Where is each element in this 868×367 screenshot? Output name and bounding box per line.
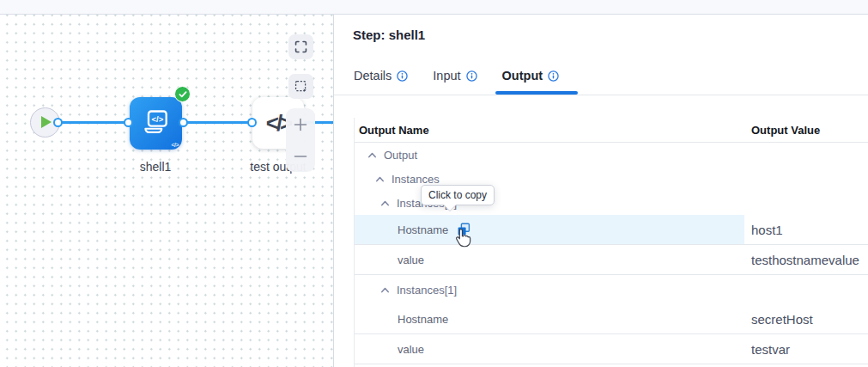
output-value-cell[interactable]: host1: [751, 215, 783, 244]
play-icon: [41, 116, 52, 128]
table-row: valuetestvar: [355, 334, 868, 364]
output-name-label: value: [398, 254, 424, 266]
svg-text:</>: </>: [152, 114, 164, 124]
group-label: Instances: [392, 173, 440, 186]
output-value-cell[interactable]: secretHost: [751, 304, 813, 333]
connection-port[interactable]: [53, 118, 63, 127]
tab-input[interactable]: Input: [433, 67, 476, 93]
tab-output[interactable]: Output: [502, 67, 560, 93]
table-row[interactable]: Instances[1]: [355, 275, 868, 304]
marquee-select-button[interactable]: [288, 74, 313, 99]
output-name-label: Hostname: [398, 313, 448, 326]
output-name-label: value: [398, 343, 424, 356]
info-icon[interactable]: [466, 70, 477, 82]
output-value-cell[interactable]: testhostnamevalue: [751, 245, 859, 274]
tab-bar: Details Input Output: [334, 67, 868, 95]
tab-label: Details: [354, 69, 392, 83]
tab-label: Input: [433, 69, 460, 83]
code-mini-icon: </>: [171, 142, 179, 148]
table-row: Hostnamehost1: [355, 215, 868, 245]
zoom-in-icon: [293, 117, 308, 132]
success-check-icon: [174, 86, 191, 102]
column-header-output-name: Output Name: [355, 124, 744, 137]
workflow-editor: </> </> </> shell1 test output: [0, 0, 868, 367]
connection-port[interactable]: [124, 118, 133, 127]
group-label: Instances[1]: [397, 284, 457, 297]
group-label: Output: [384, 149, 417, 162]
table-header: Output Name Output Value: [355, 118, 868, 143]
output-name-cell[interactable]: value: [355, 245, 744, 274]
info-icon[interactable]: [397, 70, 408, 82]
info-icon[interactable]: [548, 70, 559, 82]
cursor-pointer-icon: [453, 227, 472, 253]
output-table-rows: OutputInstancesInstances[0]Hostnamehost1…: [355, 143, 868, 364]
output-table: Output Name Output Value OutputInstances…: [354, 118, 868, 367]
chevron-up-icon[interactable]: [380, 200, 390, 206]
chevron-up-icon[interactable]: [367, 152, 377, 158]
zoom-in-button[interactable]: [286, 109, 315, 140]
node-shell1[interactable]: </> </>: [130, 97, 182, 150]
tab-details[interactable]: Details: [354, 67, 408, 93]
fullscreen-icon: [294, 40, 308, 54]
workflow-canvas[interactable]: </> </> </> shell1 test output: [0, 15, 334, 367]
chevron-up-icon[interactable]: [375, 176, 385, 182]
marquee-select-icon: [294, 79, 308, 94]
fullscreen-button[interactable]: [288, 34, 313, 59]
output-name-cell[interactable]: Hostname: [355, 304, 744, 333]
step-inspector-panel: Step: shell1 Details Input Output Output…: [334, 15, 868, 367]
connection-port[interactable]: [247, 118, 257, 127]
output-value-cell[interactable]: testvar: [751, 334, 790, 364]
column-header-output-value: Output Value: [751, 124, 820, 137]
zoom-controls: [286, 108, 315, 172]
connection-port[interactable]: [179, 118, 188, 127]
table-row[interactable]: Output: [355, 143, 868, 167]
output-name-label: Hostname: [398, 223, 448, 236]
tab-label: Output: [502, 69, 543, 83]
table-row: valuetesthostnamevalue: [355, 245, 868, 275]
shell-script-icon: </>: [141, 107, 172, 142]
node-label-shell1: shell1: [121, 160, 190, 174]
page-title: Step: shell1: [353, 28, 425, 42]
zoom-out-icon: [293, 149, 308, 164]
table-row: HostnamesecretHost: [355, 304, 868, 334]
top-bar: [0, 0, 868, 15]
output-name-cell[interactable]: value: [355, 334, 744, 364]
zoom-out-button[interactable]: [286, 141, 315, 172]
chevron-up-icon[interactable]: [380, 287, 390, 293]
tooltip: Click to copy: [421, 185, 495, 205]
output-name-cell[interactable]: Hostname: [355, 215, 744, 244]
